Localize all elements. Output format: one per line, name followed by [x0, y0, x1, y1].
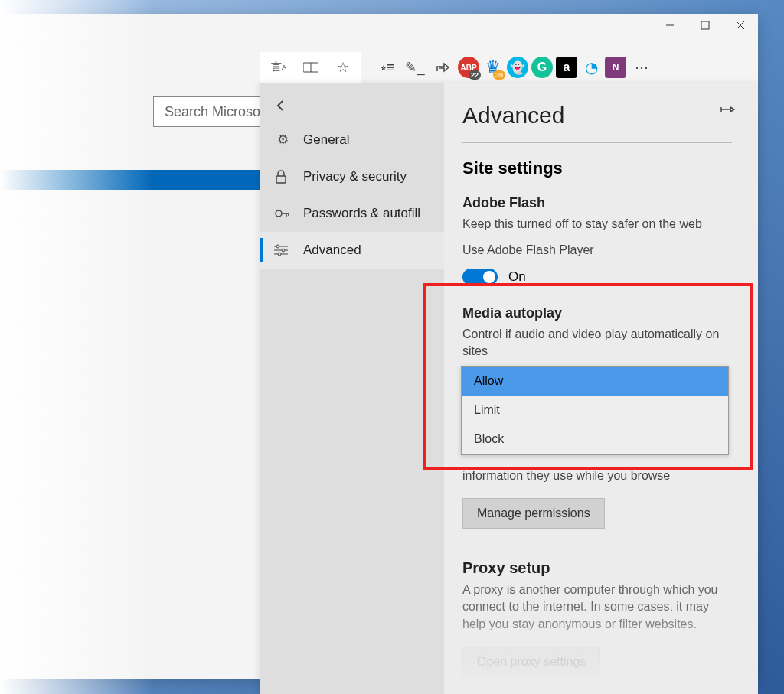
window-titlebar [652, 14, 758, 37]
gear-icon: ⚙ [274, 132, 291, 148]
nav-item-privacy[interactable]: Privacy & security [260, 158, 444, 195]
nav-label: Advanced [303, 243, 361, 258]
browser-window: Search Microsoft 言A ☆ ⭒≡ ✎_ ABP22 ♛39 👻 … [0, 14, 758, 679]
reading-view-icon[interactable] [299, 55, 323, 80]
autoplay-dropdown[interactable]: Allow Limit Block [461, 366, 729, 455]
nav-item-passwords[interactable]: Passwords & autofill [260, 195, 444, 232]
flash-toggle-label: Use Adobe Flash Player [462, 242, 732, 259]
maximize-button[interactable] [688, 14, 723, 37]
back-button[interactable] [260, 90, 444, 121]
proxy-heading: Proxy setup [462, 559, 732, 577]
nav-label: Privacy & security [303, 169, 407, 184]
nav-label: General [303, 132, 349, 148]
flash-toggle-state: On [508, 269, 526, 285]
addressbar-controls: 言A ☆ [260, 52, 361, 83]
rewards-extension-icon[interactable]: ♛39 [482, 57, 504, 78]
grammarly-extension-icon[interactable]: G [531, 57, 553, 78]
onenote-extension-icon[interactable]: N [605, 57, 626, 78]
extension-icon[interactable]: ◔ [580, 57, 602, 78]
more-menu-icon[interactable]: ⋯ [629, 55, 654, 80]
settings-flyout: ⚙ General Privacy & security Passwords &… [260, 83, 758, 694]
nav-item-general[interactable]: ⚙ General [260, 121, 444, 158]
notes-icon[interactable]: ✎_ [403, 55, 427, 80]
nav-label: Passwords & autofill [303, 206, 420, 221]
share-icon[interactable] [430, 55, 455, 80]
settings-content: Advanced Site settings Adobe Flash Keep … [444, 83, 758, 694]
key-icon [274, 207, 291, 220]
autoplay-option-limit[interactable]: Limit [462, 396, 728, 425]
autoplay-heading: Media autoplay [462, 305, 732, 321]
divider [462, 142, 732, 143]
svg-point-12 [276, 245, 279, 248]
settings-nav: ⚙ General Privacy & security Passwords &… [260, 83, 444, 694]
pin-icon[interactable] [720, 104, 735, 115]
page-bluebar [0, 170, 260, 190]
flash-desc: Keep this turned off to stay safer on th… [462, 216, 732, 233]
adblock-extension-icon[interactable]: ABP22 [458, 57, 479, 78]
proxy-desc: A proxy is another computer through whic… [462, 582, 732, 633]
website-permissions-partial-text: information they use while you browse [462, 468, 732, 484]
amazon-extension-icon[interactable]: a [556, 57, 577, 78]
autoplay-option-allow[interactable]: Allow [462, 367, 728, 396]
rewards-badge: 39 [493, 70, 505, 80]
svg-rect-1 [701, 21, 709, 29]
svg-point-14 [282, 249, 285, 252]
svg-point-16 [278, 253, 281, 256]
ghostery-extension-icon[interactable]: 👻 [507, 57, 528, 78]
flash-heading: Adobe Flash [462, 195, 732, 211]
section-heading: Site settings [462, 158, 732, 178]
translate-icon[interactable]: 言A [266, 55, 291, 80]
manage-permissions-button[interactable]: Manage permissions [462, 498, 605, 529]
minimize-button[interactable] [652, 14, 688, 37]
favorite-star-icon[interactable]: ☆ [331, 55, 355, 80]
autoplay-desc: Control if audio and video play automati… [462, 326, 732, 360]
close-button[interactable] [723, 14, 758, 37]
nav-item-advanced[interactable]: Advanced [260, 232, 444, 269]
page-title: Advanced [462, 103, 732, 129]
flash-toggle[interactable] [462, 269, 498, 285]
lock-icon [274, 170, 291, 184]
favorites-list-icon[interactable]: ⭒≡ [375, 55, 400, 80]
adblock-badge: 22 [469, 70, 481, 80]
browser-toolbar: 言A ☆ ⭒≡ ✎_ ABP22 ♛39 👻 G a ◔ N ⋯ [260, 52, 746, 83]
open-proxy-button[interactable]: Open proxy settings [462, 647, 600, 677]
svg-rect-6 [276, 176, 286, 183]
sliders-icon [274, 244, 291, 256]
svg-point-7 [276, 210, 282, 217]
autoplay-option-block[interactable]: Block [462, 425, 728, 454]
